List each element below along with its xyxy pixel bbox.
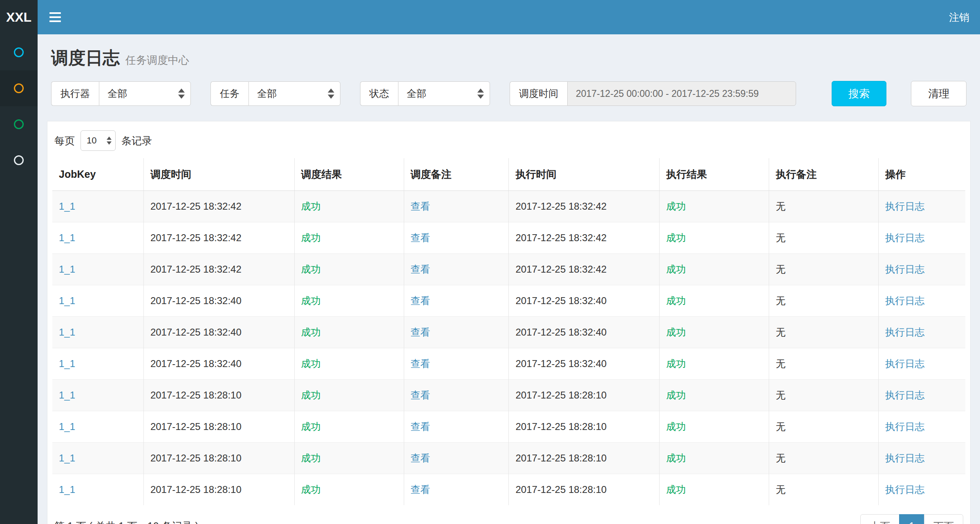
trigger-time-cell: 2017-12-25 18:32:42 [143,222,294,254]
clear-button[interactable]: 清理 [911,81,967,106]
prev-page-button[interactable]: 上页 [860,514,899,524]
jobkey-link[interactable]: 1_1 [59,327,75,338]
table-row: 1_12017-12-25 18:32:42成功查看2017-12-25 18:… [52,222,965,254]
page-length-select[interactable]: 10 [81,130,116,151]
handle-time-cell: 2017-12-25 18:32:40 [509,285,660,317]
exec-log-link[interactable]: 执行日志 [885,201,924,212]
circle-outline-icon [14,155,24,165]
exec-log-link[interactable]: 执行日志 [885,390,924,401]
jobkey-link[interactable]: 1_1 [59,264,75,275]
exec-log-link[interactable]: 执行日志 [885,421,924,432]
exec-log-link[interactable]: 执行日志 [885,484,924,495]
page-title: 调度日志 [51,47,120,69]
view-trigger-msg-link[interactable]: 查看 [411,421,430,432]
handle-result-cell: 成功 [660,348,769,380]
jobkey-link-cell: 1_1 [52,254,143,285]
handle-result-cell: 成功 [660,191,769,222]
view-trigger-msg-link[interactable]: 查看 [411,358,430,369]
jobkey-link[interactable]: 1_1 [59,421,75,432]
app-logo[interactable]: XXL [0,0,38,34]
jobkey-link[interactable]: 1_1 [59,484,75,495]
view-trigger-msg-link[interactable]: 查看 [411,201,430,212]
exec-log-link[interactable]: 执行日志 [885,264,924,275]
trigger-time-range-input[interactable] [567,81,796,106]
view-trigger-msg-link[interactable]: 查看 [411,327,430,338]
pagination-info: 第 1 页 ( 总共 1 页，10 条记录 ) [54,520,199,524]
trigger-result-cell: 成功 [294,191,404,222]
handle-time-cell: 2017-12-25 18:28:10 [509,411,660,443]
view-trigger-msg-link[interactable]: 查看 [411,295,430,306]
trigger-result-cell: 成功 [294,474,404,506]
sidebar [0,34,38,524]
jobkey-link-cell: 1_1 [52,317,143,348]
jobkey-link-cell: 1_1 [52,474,143,506]
view-trigger-msg-link-cell: 查看 [404,380,509,411]
next-page-button[interactable]: 下页 [924,514,963,524]
jobkey-link[interactable]: 1_1 [59,201,75,212]
table-row: 1_12017-12-25 18:28:10成功查看2017-12-25 18:… [52,411,965,443]
circle-outline-icon [14,119,24,129]
table-row: 1_12017-12-25 18:32:40成功查看2017-12-25 18:… [52,285,965,317]
handle-time-cell: 2017-12-25 18:32:42 [509,191,660,222]
content-area: 调度日志 任务调度中心 执行器 全部 任务 全部 状态 全部 [38,34,980,524]
jobkey-link[interactable]: 1_1 [59,295,75,306]
view-trigger-msg-link[interactable]: 查看 [411,452,430,464]
view-trigger-msg-link-cell: 查看 [404,285,509,317]
top-navbar: XXL 注销 [0,0,980,34]
trigger-time-cell: 2017-12-25 18:28:10 [143,411,294,443]
sidebar-item-2[interactable] [0,70,38,106]
trigger-time-cell: 2017-12-25 18:32:42 [143,254,294,285]
column-header-handle-result: 执行结果 [660,158,769,191]
executor-select[interactable]: 全部 [99,81,191,106]
page-subtitle: 任务调度中心 [125,53,189,67]
handle-time-cell: 2017-12-25 18:32:40 [509,317,660,348]
exec-log-link-cell: 执行日志 [879,254,965,285]
select-arrows-icon [328,89,334,99]
sidebar-toggle-button[interactable] [41,0,69,34]
view-trigger-msg-link[interactable]: 查看 [411,232,430,243]
sidebar-item-4[interactable] [0,142,38,178]
view-trigger-msg-link[interactable]: 查看 [411,390,430,401]
circle-outline-icon [14,47,24,57]
exec-log-link-cell: 执行日志 [879,285,965,317]
view-trigger-msg-link[interactable]: 查看 [411,484,430,495]
exec-log-link[interactable]: 执行日志 [885,295,924,306]
view-trigger-msg-link-cell: 查看 [404,222,509,254]
log-table: JobKey调度时间调度结果调度备注执行时间执行结果执行备注操作 1_12017… [52,158,965,505]
trigger-time-cell: 2017-12-25 18:32:40 [143,348,294,380]
trigger-time-cell: 2017-12-25 18:32:42 [143,191,294,222]
table-row: 1_12017-12-25 18:28:10成功查看2017-12-25 18:… [52,443,965,474]
exec-log-link[interactable]: 执行日志 [885,452,924,464]
trigger-time-filter-label: 调度时间 [510,81,567,106]
trigger-time-cell: 2017-12-25 18:32:40 [143,285,294,317]
jobkey-link[interactable]: 1_1 [59,452,75,464]
handle-result-cell: 成功 [660,474,769,506]
column-header-action: 操作 [879,158,965,191]
page-1-button[interactable]: 1 [899,514,924,524]
exec-log-link[interactable]: 执行日志 [885,327,924,338]
sidebar-item-1[interactable] [0,34,38,70]
view-trigger-msg-link[interactable]: 查看 [411,264,430,275]
exec-log-link[interactable]: 执行日志 [885,358,924,369]
exec-log-link[interactable]: 执行日志 [885,232,924,243]
trigger-result-cell: 成功 [294,222,404,254]
jobkey-link-cell: 1_1 [52,380,143,411]
table-row: 1_12017-12-25 18:32:42成功查看2017-12-25 18:… [52,191,965,222]
handle-time-cell: 2017-12-25 18:28:10 [509,380,660,411]
table-row: 1_12017-12-25 18:32:42成功查看2017-12-25 18:… [52,254,965,285]
status-select[interactable]: 全部 [398,81,490,106]
search-button[interactable]: 搜索 [832,81,886,106]
executor-filter-label: 执行器 [51,81,99,106]
sidebar-item-3[interactable] [0,106,38,142]
handle-result-cell: 成功 [660,222,769,254]
handle-result-cell: 成功 [660,317,769,348]
logout-link[interactable]: 注销 [938,0,980,34]
job-select[interactable]: 全部 [248,81,340,106]
page-length-prefix: 每页 [54,134,75,148]
jobkey-link[interactable]: 1_1 [59,358,75,369]
jobkey-link[interactable]: 1_1 [59,390,75,401]
view-trigger-msg-link-cell: 查看 [404,254,509,285]
jobkey-link[interactable]: 1_1 [59,232,75,243]
exec-log-link-cell: 执行日志 [879,191,965,222]
trigger-time-cell: 2017-12-25 18:32:40 [143,317,294,348]
